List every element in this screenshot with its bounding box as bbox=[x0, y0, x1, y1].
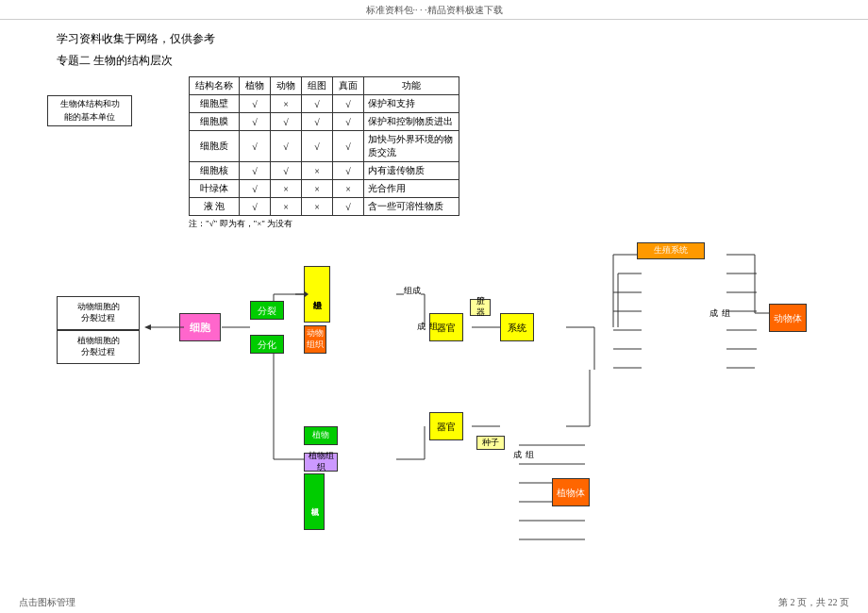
organ-animal: 器官 bbox=[429, 313, 463, 341]
col-header-animal: 动物 bbox=[271, 77, 302, 95]
page-footer: 点击图标管理 第 2 页，共 22 页 bbox=[0, 596, 868, 609]
section-title: 专题二 生物的结构层次 bbox=[57, 53, 811, 69]
structure-table: 结构名称 植物 动物 组图 真面 功能 细胞壁√×√√保护和支持 细胞膜√√√√… bbox=[189, 76, 459, 216]
col-header-diagram: 组图 bbox=[302, 77, 333, 95]
col-header-real: 真面 bbox=[333, 77, 364, 95]
diagram-area: 动物细胞的分裂过程 植物细胞的分裂过程 细胞 分裂 分化 上皮组织 结缔组织 肌… bbox=[57, 238, 811, 613]
tissue-mechanical: 机械组织 bbox=[304, 473, 325, 530]
table-note: 注："√" 即为有，"×" 为没有 bbox=[189, 218, 811, 230]
animal-division-label: 动物细胞的分裂过程 bbox=[57, 296, 140, 330]
organ-plant: 器官 bbox=[429, 412, 463, 440]
svg-marker-42 bbox=[305, 291, 309, 297]
compose-label-animal: 组成 bbox=[404, 285, 421, 297]
col-header-name: 结构名称 bbox=[190, 77, 240, 95]
table-row: 细胞壁√×√√保护和支持 bbox=[190, 95, 459, 113]
plant-division-label: 植物细胞的分裂过程 bbox=[57, 330, 140, 364]
tissue-arrow bbox=[295, 290, 309, 299]
basic-unit-label: 生物体结构和功能的基本单位 bbox=[47, 95, 170, 126]
table-row: 叶绿体√×××光合作用 bbox=[190, 180, 459, 198]
animal-body: 动物体 bbox=[769, 304, 807, 332]
table-row: 液 泡√××√含一些可溶性物质 bbox=[190, 198, 459, 216]
plant-body: 植物体 bbox=[552, 478, 590, 506]
table-row: 细胞核√√×√内有遗传物质 bbox=[190, 162, 459, 180]
cell-arrow-svg bbox=[142, 299, 189, 356]
differentiation-box: 分化 bbox=[250, 335, 284, 354]
page-header: 标准资料包·· · ·精品资料极速下载 bbox=[0, 0, 868, 20]
sys-reproduction: 生殖系统 bbox=[637, 242, 705, 259]
col-header-plant: 植物 bbox=[240, 77, 271, 95]
table-row: 细胞质√√√√加快与外界环境的物质交流 bbox=[190, 131, 459, 162]
footer-right: 第 2 页，共 22 页 bbox=[778, 596, 849, 609]
col-header-function: 功能 bbox=[364, 77, 459, 95]
subtitle: 学习资料收集于网络，仅供参考 bbox=[57, 31, 811, 47]
plant-tissue-label: 植物组织 bbox=[304, 453, 338, 472]
table-row: 细胞膜√√√√保护和控制物质进出 bbox=[190, 113, 459, 131]
plant-label: 植物 bbox=[304, 426, 338, 445]
footer-left: 点击图标管理 bbox=[19, 596, 75, 609]
svg-marker-40 bbox=[144, 324, 151, 330]
animal-tissue-label: 动物组织 bbox=[304, 325, 326, 354]
division-box: 分裂 bbox=[250, 301, 284, 320]
system-box: 系统 bbox=[500, 313, 534, 341]
